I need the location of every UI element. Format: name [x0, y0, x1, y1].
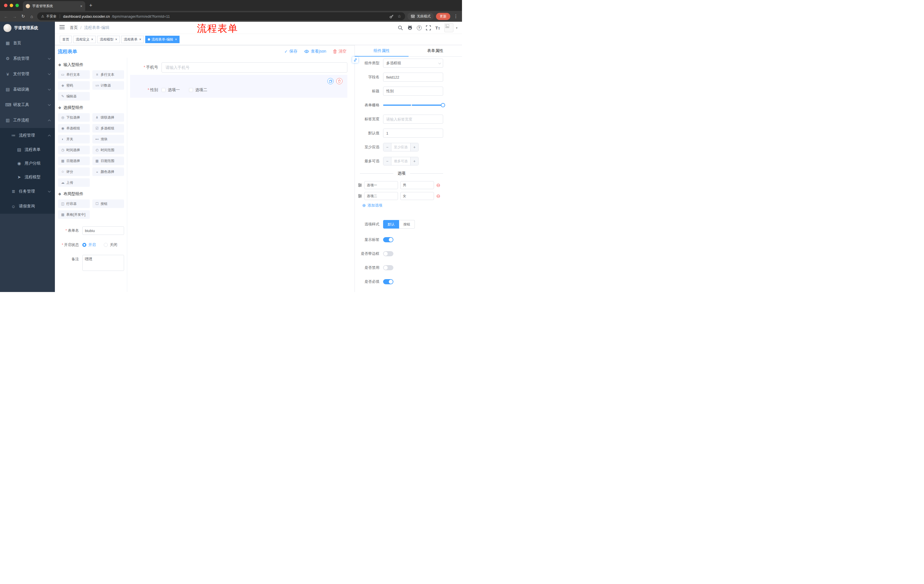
- component-editor[interactable]: ✎编辑器: [58, 92, 90, 100]
- help-icon[interactable]: ?: [417, 25, 422, 30]
- reload-button[interactable]: ↻: [20, 14, 26, 19]
- font-size-icon[interactable]: TT: [436, 25, 440, 30]
- tag-close-icon[interactable]: ×: [139, 38, 141, 41]
- component-multi-line-text[interactable]: ≡多行文本: [92, 70, 124, 79]
- increase-button[interactable]: +: [410, 143, 418, 151]
- default-value-input[interactable]: [383, 128, 443, 138]
- address-bar[interactable]: ⚠ 不安全 dashboard.yudao.iocoder.cn/bpm/man…: [37, 12, 405, 20]
- sidebar-toggle-icon[interactable]: [59, 25, 65, 31]
- tag-close-icon[interactable]: ×: [115, 38, 117, 41]
- tag-process-definition[interactable]: 流程定义 ×: [73, 36, 96, 43]
- back-button[interactable]: ←: [3, 14, 9, 19]
- security-label[interactable]: 不安全: [46, 14, 57, 19]
- sidebar-item-process-mgmt[interactable]: ≔ 流程管理: [0, 128, 55, 143]
- component-color-picker[interactable]: ◒颜色选择: [92, 168, 124, 176]
- phone-input[interactable]: [162, 62, 347, 72]
- sidebar-item-task-mgmt[interactable]: ≣ 任务管理: [0, 184, 55, 199]
- required-switch[interactable]: [383, 279, 393, 284]
- window-minimize-button[interactable]: [10, 4, 13, 7]
- max-select-value[interactable]: 最多可选: [391, 157, 410, 165]
- sidebar-item-home[interactable]: ▦ 首页: [0, 35, 55, 51]
- tag-home[interactable]: 首页: [60, 36, 72, 43]
- component-time-range[interactable]: ◴时间范围: [92, 146, 124, 154]
- component-table[interactable]: ▦表格[开发中]: [58, 210, 90, 219]
- tag-close-icon[interactable]: ×: [91, 38, 93, 41]
- new-tab-button[interactable]: +: [89, 2, 92, 8]
- border-switch[interactable]: [383, 251, 393, 256]
- component-cascader[interactable]: ⋔级联选择: [92, 113, 124, 122]
- component-checkbox-group[interactable]: ☑多选框组: [92, 124, 124, 133]
- option-value-input[interactable]: [400, 181, 434, 189]
- home-button[interactable]: ⌂: [29, 14, 35, 19]
- component-date-picker[interactable]: ▦日期选择: [58, 156, 90, 165]
- form-name-input[interactable]: [82, 226, 124, 235]
- sidebar-item-infra[interactable]: ▤ 基础设施: [0, 82, 55, 97]
- browser-update-button[interactable]: 更新: [436, 13, 450, 20]
- add-option-link[interactable]: ⊕ 添加选项: [362, 203, 443, 208]
- slider-handle[interactable]: [441, 103, 445, 107]
- search-icon[interactable]: [398, 25, 403, 30]
- link-toggle-button[interactable]: [352, 57, 358, 63]
- github-icon[interactable]: [408, 25, 412, 30]
- tag-process-form-edit[interactable]: 流程表单-编辑 ×: [145, 36, 180, 43]
- gender-field-selected[interactable]: *性别 选项一 选项二: [130, 75, 347, 98]
- tag-close-icon[interactable]: ×: [175, 38, 177, 41]
- grid-slider[interactable]: [383, 105, 443, 106]
- copy-component-button[interactable]: [327, 78, 333, 84]
- browser-tab[interactable]: 芋道管理系统 ×: [23, 1, 85, 11]
- gender-option1-checkbox[interactable]: 选项一: [162, 87, 180, 92]
- option-name-input[interactable]: [364, 192, 398, 200]
- gender-option2-checkbox[interactable]: 选项二: [189, 87, 207, 92]
- component-type-select[interactable]: [383, 59, 443, 68]
- window-close-button[interactable]: [4, 4, 7, 7]
- sidebar-item-process-form[interactable]: ▤ 流程表单: [0, 143, 55, 156]
- phone-field[interactable]: *手机号: [130, 62, 347, 72]
- bookmark-star-icon[interactable]: ☆: [398, 14, 401, 18]
- sidebar-item-process-model[interactable]: ➤ 流程模型: [0, 170, 55, 184]
- component-rate[interactable]: ☆评分: [58, 168, 90, 176]
- field-name-input[interactable]: [383, 72, 443, 82]
- style-button-button[interactable]: 按钮: [399, 220, 415, 229]
- sidebar-item-user-group[interactable]: ◉ 用户分组: [0, 156, 55, 170]
- sidebar-item-devtools[interactable]: ⌨ 研发工具: [0, 97, 55, 113]
- tab-close-icon[interactable]: ×: [80, 4, 82, 8]
- component-radio-group[interactable]: ◉单选框组: [58, 124, 90, 133]
- password-key-icon[interactable]: [389, 14, 394, 19]
- fullscreen-icon[interactable]: [426, 25, 431, 30]
- component-row-container[interactable]: ◫行容器: [58, 199, 90, 208]
- sidebar-item-workflow[interactable]: ▥ 工作流程: [0, 113, 55, 128]
- forward-button[interactable]: →: [12, 14, 18, 19]
- component-switch[interactable]: ◐开关: [58, 135, 90, 143]
- component-counter[interactable]: 123计数器: [92, 81, 124, 90]
- sidebar-item-leave-query[interactable]: ☺ 请假查询: [0, 199, 55, 214]
- decrease-button[interactable]: −: [383, 157, 391, 165]
- label-width-input[interactable]: [383, 115, 443, 124]
- component-slider[interactable]: ⊷滑块: [92, 135, 124, 143]
- remove-option-icon[interactable]: ⊖: [436, 183, 440, 188]
- window-zoom-button[interactable]: [15, 4, 19, 7]
- tab-component-props[interactable]: 组件属性: [355, 45, 409, 56]
- save-button[interactable]: ✓ 保存: [284, 49, 298, 54]
- breadcrumb-home[interactable]: 首页: [70, 25, 78, 30]
- title-input[interactable]: [383, 87, 443, 96]
- style-default-button[interactable]: 默认: [383, 220, 399, 229]
- option-name-input[interactable]: [364, 181, 398, 189]
- decrease-button[interactable]: −: [383, 143, 391, 151]
- component-button[interactable]: ☐按钮: [92, 199, 124, 208]
- drag-handle-icon[interactable]: [358, 194, 362, 198]
- option-value-input[interactable]: [400, 192, 434, 200]
- tag-process-form[interactable]: 流程表单 ×: [121, 36, 144, 43]
- sidebar-item-payment[interactable]: ¥ 支付管理: [0, 66, 55, 82]
- clear-button[interactable]: 清空: [333, 49, 346, 54]
- component-upload[interactable]: ☁上传: [58, 178, 90, 187]
- status-off-radio[interactable]: 关闭: [104, 242, 117, 247]
- browser-menu-icon[interactable]: ⋮: [452, 14, 459, 19]
- component-password[interactable]: ◈密码: [58, 81, 90, 90]
- delete-component-button[interactable]: [336, 78, 343, 84]
- component-time-picker[interactable]: ◷时间选择: [58, 146, 90, 154]
- status-on-radio[interactable]: 开启: [82, 242, 96, 247]
- increase-button[interactable]: +: [410, 157, 418, 165]
- component-date-range[interactable]: ▩日期范围: [92, 156, 124, 165]
- drag-handle-icon[interactable]: [358, 183, 362, 187]
- tag-process-model[interactable]: 流程模型 ×: [97, 36, 120, 43]
